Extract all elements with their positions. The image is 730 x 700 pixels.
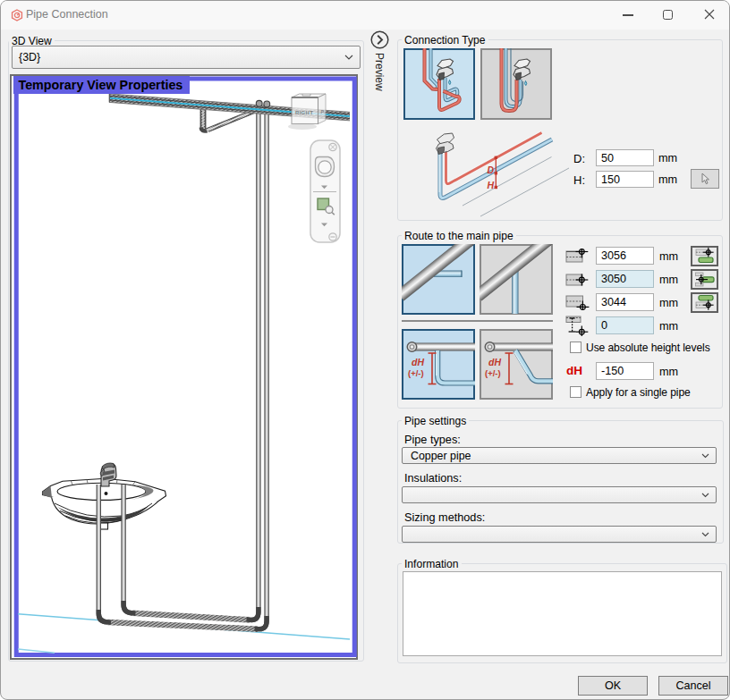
svg-text:(+/-): (+/-) bbox=[408, 368, 424, 378]
svg-text:(+/-): (+/-) bbox=[485, 368, 501, 378]
svg-text:Temporary View Properties: Temporary View Properties bbox=[19, 78, 183, 92]
svg-text:D: D bbox=[488, 164, 495, 175]
svg-text:H: H bbox=[488, 180, 495, 190]
svg-text:RIGHT: RIGHT bbox=[295, 110, 313, 115]
svg-text:dH: dH bbox=[412, 357, 424, 367]
svg-text:P: P bbox=[321, 109, 325, 114]
svg-text:dH: dH bbox=[488, 357, 501, 367]
